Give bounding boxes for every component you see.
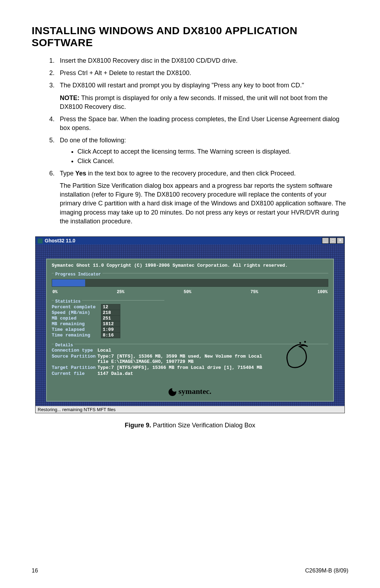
stat-value: 8:16 — [101, 333, 120, 338]
ghost-copyright: Symantec Ghost 11.0 Copyright (C) 1998-2… — [52, 263, 328, 268]
progress-ticks: 0% 25% 50% 75% 100% — [52, 288, 328, 295]
stat-row-speed: Speed (MB/min)218 — [52, 310, 120, 316]
stat-row-elapsed: Time elapsed1:09 — [52, 327, 120, 333]
note-text: This prompt is displayed for only a few … — [60, 94, 328, 110]
close-button[interactable]: × — [337, 237, 344, 244]
instruction-list: Insert the DX8100 Recovery disc in the D… — [32, 56, 348, 226]
detail-src-part: Source PartitionType:7 [NTFS], 15366 MB,… — [52, 354, 328, 364]
figure-caption: Figure 9. Partition Size Verification Di… — [32, 422, 348, 429]
step-5-text: Do one of the following: — [60, 137, 126, 144]
progress-section: Progress Indicator 0% 25% 50% 75% 100% — [52, 273, 328, 295]
status-bar: Restoring... remaining NTFS MFT files — [36, 406, 344, 413]
detail-label: Source Partition — [52, 354, 97, 359]
stat-label: Time remaining — [52, 333, 101, 338]
progress-bar-fill — [52, 279, 85, 286]
stat-value: 251 — [101, 316, 120, 321]
tick-75: 75% — [251, 290, 258, 295]
stat-label: Time elapsed — [52, 327, 101, 333]
window-titlebar: Ghost32 11.0 _ □ × — [36, 237, 344, 245]
step-3-note: NOTE: This prompt is displayed for only … — [60, 94, 348, 111]
app-icon — [38, 239, 43, 243]
stat-label: MB copied — [52, 316, 101, 321]
figure-number: Figure 9. — [125, 422, 151, 429]
step-6: Type Yes in the text box to agree to the… — [56, 169, 348, 226]
detail-label: Target Partition — [52, 365, 97, 370]
statistics-label: Statistics — [54, 299, 82, 304]
stat-value: 218 — [101, 310, 120, 316]
detail-value: Type:7 [NTFS], 15366 MB, 3599 MB used, N… — [97, 354, 263, 364]
step-2-text: Press Ctrl + Alt + Delete to restart the… — [60, 69, 191, 76]
stat-label: Speed (MB/min) — [52, 310, 101, 316]
stat-label: Percent complete — [52, 304, 101, 310]
symantec-logo: symantec. — [52, 387, 328, 396]
detail-label: Connection type — [52, 348, 97, 353]
detail-conn-type: Connection typeLocal — [52, 348, 328, 353]
step-3-text: The DX8100 will restart and prompt you b… — [60, 82, 304, 89]
window-title-text: Ghost32 11.0 — [45, 238, 75, 243]
stat-value: 1812 — [101, 321, 120, 327]
step-6-pre: Type — [60, 170, 75, 177]
svg-point-1 — [304, 341, 306, 343]
step-3: The DX8100 will restart and prompt you b… — [56, 81, 348, 111]
tick-50: 50% — [184, 290, 191, 295]
step-5a: Click Accept to accept the licensing ter… — [77, 147, 348, 156]
details-label: Details — [54, 343, 74, 348]
page-title: INSTALLING WINDOWS AND DX8100 APPLICATIO… — [32, 25, 348, 49]
step-6-yes: Yes — [75, 170, 86, 177]
detail-cur-file: Current file1147 Dala.dat — [52, 371, 328, 376]
stat-row-remaining: MB remaining1812 — [52, 321, 120, 327]
window-controls: _ □ × — [322, 237, 344, 244]
detail-value: Local — [97, 348, 111, 353]
note-label: NOTE: — [60, 94, 80, 101]
doc-id: C2639M-B (8/09) — [305, 568, 348, 574]
stat-row-percent: Percent complete12 — [52, 304, 120, 310]
statistics-table: Percent complete12 Speed (MB/min)218 MB … — [52, 304, 120, 338]
step-6-para: The Partition Size Verification dialog b… — [60, 181, 348, 226]
ghost-screenshot: Ghost32 11.0 _ □ × Symantec Ghost 11.0 C… — [35, 236, 345, 413]
minimize-button[interactable]: _ — [322, 237, 329, 244]
stat-value: 12 — [101, 304, 120, 310]
maximize-button[interactable]: □ — [329, 237, 336, 244]
step-6-post: in the text box to agree to the recovery… — [86, 170, 296, 177]
step-4-text: Press the Space bar. When the loading pr… — [60, 116, 339, 131]
detail-value: 1147 Dala.dat — [97, 371, 133, 376]
tick-0: 0% — [52, 290, 57, 295]
figure-text: Partition Size Verification Dialog Box — [151, 422, 255, 429]
step-5b: Click Cancel. — [77, 157, 348, 166]
symantec-text: symantec. — [178, 387, 211, 396]
step-5-sublist: Click Accept to accept the licensing ter… — [60, 147, 348, 166]
stat-row-copied: MB copied251 — [52, 316, 120, 321]
step-2: Press Ctrl + Alt + Delete to restart the… — [56, 69, 348, 78]
page-footer: 16 C2639M-B (8/09) — [32, 568, 348, 574]
step-5b-text: Click Cancel. — [77, 157, 114, 165]
step-1-text: Insert the DX8100 Recovery disc in the D… — [60, 57, 238, 64]
tick-100: 100% — [317, 290, 328, 295]
detail-label: Current file — [52, 371, 97, 376]
progress-bar — [52, 279, 328, 287]
step-4: Press the Space bar. When the loading pr… — [56, 115, 348, 132]
titlebar-left: Ghost32 11.0 — [38, 238, 75, 243]
detail-tgt-part: Target PartitionType:7 [NTFS/HPFS], 1536… — [52, 365, 328, 370]
progress-label: Progress Indicator — [54, 272, 102, 277]
page-number: 16 — [32, 568, 38, 574]
stat-value: 1:09 — [101, 327, 120, 333]
details-section: Details Connection typeLocal Source Part… — [52, 344, 328, 376]
step-5a-text: Click Accept to accept the licensing ter… — [77, 148, 291, 155]
stat-label: MB remaining — [52, 321, 101, 327]
step-5: Do one of the following: Click Accept to… — [56, 136, 348, 166]
ghost-main-panel: Symantec Ghost 11.0 Copyright (C) 1998-2… — [46, 259, 334, 402]
detail-value: Type:7 [NTFS/HPFS], 15366 MB from Local … — [97, 365, 262, 370]
stat-row-timeremain: Time remaining8:16 — [52, 333, 120, 338]
symantec-icon — [169, 388, 176, 396]
ghost-body: Symantec Ghost 11.0 Copyright (C) 1998-2… — [36, 245, 344, 406]
tick-25: 25% — [117, 290, 125, 295]
statistics-section: Statistics Percent complete12 Speed (MB/… — [52, 300, 164, 338]
step-1: Insert the DX8100 Recovery disc in the D… — [56, 56, 348, 65]
